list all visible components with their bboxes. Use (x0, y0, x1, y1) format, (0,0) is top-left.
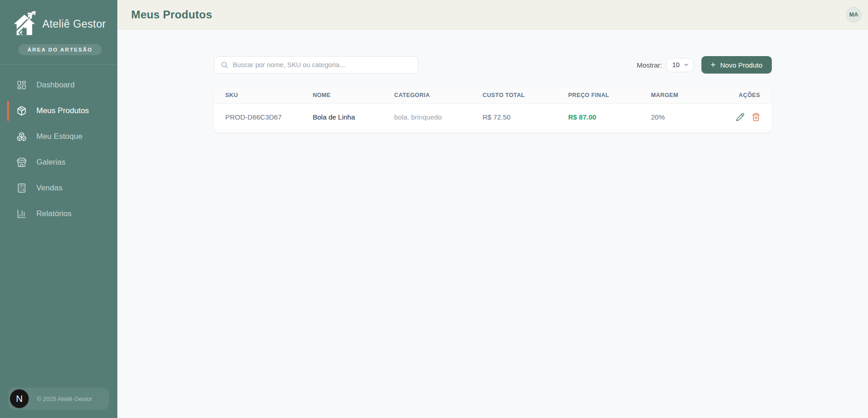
search-input[interactable] (214, 57, 418, 73)
sidebar-item-label: Vendas (36, 183, 63, 193)
sidebar-nav: Dashboard Meus Produtos (0, 74, 117, 388)
sidebar-item-meu-estoque[interactable]: Meu Estoque (0, 126, 117, 148)
toolbar: Mostrar: 10 + Novo Produto (214, 56, 772, 74)
cell-margem: 20% (651, 113, 729, 121)
plus-icon: + (711, 60, 716, 69)
edit-button[interactable] (736, 113, 745, 121)
products-table-card: SKU NOME CATEGORIA CUSTO TOTAL PREÇO FIN… (214, 86, 772, 133)
page-size-value: 10 (672, 61, 680, 69)
trash-icon (752, 113, 760, 121)
new-product-label: Novo Produto (720, 61, 763, 69)
sidebar-item-label: Relatórios (36, 209, 72, 218)
search-box (214, 56, 418, 74)
content: Mostrar: 10 + Novo Produto (117, 29, 868, 418)
sidebar-item-meus-produtos[interactable]: Meus Produtos (0, 100, 117, 122)
column-header-nome: NOME (313, 92, 394, 98)
show-label: Mostrar: (637, 61, 662, 69)
footer-pill: N © 2025 Ateliê Gestor (8, 388, 109, 410)
cell-preco-final: R$ 87.00 (568, 113, 651, 121)
pencil-icon (736, 113, 745, 121)
column-header-sku: SKU (214, 92, 313, 98)
new-product-button[interactable]: + Novo Produto (701, 56, 772, 74)
package-icon (17, 106, 27, 116)
column-header-acoes: AÇÕES (729, 92, 772, 98)
table-row: PROD-D66C3D67 Bola de Linha bola, brinqu… (214, 104, 772, 130)
page-title: Meus Produtos (131, 8, 212, 21)
app-title: Ateliê Gestor (42, 18, 106, 30)
column-header-preco-final: PREÇO FINAL (568, 92, 651, 98)
atelie-gestor-logo-icon (11, 10, 38, 38)
column-header-categoria: CATEGORIA (394, 92, 483, 98)
copyright-text: © 2025 Ateliê Gestor (37, 395, 92, 402)
store-icon (17, 157, 27, 167)
page-size-select[interactable]: 10 (666, 58, 694, 72)
row-actions (729, 113, 760, 121)
sidebar: Ateliê Gestor ÁREA DO ARTESÃO Dashboard (0, 0, 117, 418)
sidebar-item-dashboard[interactable]: Dashboard (0, 74, 117, 96)
sidebar-item-label: Meu Estoque (36, 132, 82, 141)
area-badge: ÁREA DO ARTESÃO (18, 44, 102, 55)
column-header-custo-total: CUSTO TOTAL (483, 92, 568, 98)
nextjs-dev-badge[interactable]: N (10, 389, 29, 408)
sidebar-item-label: Meus Produtos (36, 106, 89, 115)
search-icon (220, 61, 228, 69)
cell-categoria: bola, brinquedo (394, 113, 483, 121)
calculator-icon (17, 183, 27, 193)
cell-custo-total: R$ 72.50 (483, 113, 568, 121)
boxes-icon (17, 132, 27, 142)
layout-dashboard-icon (17, 80, 27, 90)
delete-button[interactable] (752, 113, 760, 121)
bar-chart-icon (17, 209, 27, 219)
sidebar-item-label: Dashboard (36, 80, 75, 90)
topbar: Meus Produtos MA (117, 0, 868, 29)
sidebar-item-label: Galerias (36, 158, 65, 167)
brand-block: Ateliê Gestor ÁREA DO ARTESÃO (0, 0, 117, 65)
sidebar-item-galerias[interactable]: Galerias (0, 151, 117, 173)
chevron-down-icon (683, 62, 689, 68)
avatar[interactable]: MA (846, 7, 862, 23)
sidebar-item-relatorios[interactable]: Relatórios (0, 203, 117, 225)
sidebar-footer: N © 2025 Ateliê Gestor (8, 388, 109, 410)
cell-nome: Bola de Linha (313, 113, 394, 121)
table-header-row: SKU NOME CATEGORIA CUSTO TOTAL PREÇO FIN… (214, 86, 772, 104)
main-area: Meus Produtos MA Mostrar: 10 (117, 0, 868, 418)
cell-sku: PROD-D66C3D67 (214, 113, 313, 121)
sidebar-item-vendas[interactable]: Vendas (0, 177, 117, 199)
column-header-margem: MARGEM (651, 92, 729, 98)
